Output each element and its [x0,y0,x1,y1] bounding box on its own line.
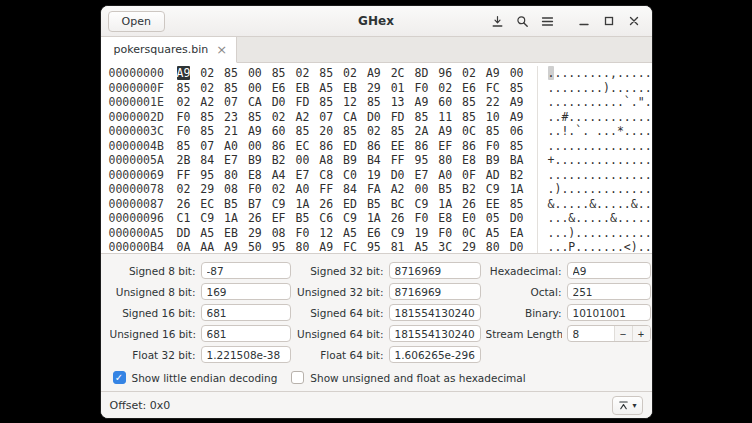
hex-byte[interactable]: C8 [319,168,333,182]
hex-byte[interactable]: 8D [414,66,428,80]
hex-byte[interactable]: 85 [248,110,262,124]
hex-display-checkbox[interactable]: ✓ Show unsigned and float as hexadecimal [291,371,525,384]
hex-byte[interactable]: 19 [367,168,381,182]
hex-byte[interactable]: 1A [367,211,381,225]
hex-byte[interactable]: 86 [272,139,286,153]
hex-byte[interactable]: F0 [177,124,191,138]
hex-byte[interactable]: E0 [462,211,476,225]
hex-byte[interactable]: B4 [367,153,381,167]
unsigned-64-bit-field[interactable] [389,325,481,342]
save-button[interactable] [487,10,509,32]
hex-byte[interactable]: 85 [367,95,381,109]
hex-byte[interactable]: 00 [248,66,262,80]
hex-view[interactable]: 00000000A9 02 85 00 85 02 85 02 A9 2C 8D… [101,63,652,253]
binary-field[interactable] [567,304,651,321]
hex-byte[interactable]: 2A [414,124,428,138]
hex-byte[interactable]: B9 [486,153,500,167]
hex-byte[interactable]: E6 [462,81,476,95]
hex-byte[interactable]: EF [438,139,452,153]
hex-byte[interactable]: B9 [248,153,262,167]
hex-byte[interactable]: 26 [319,197,333,211]
hex-byte[interactable]: EC [200,197,214,211]
hex-bytes[interactable]: C1 C9 1A 26 EF B5 C6 C9 1A 26 F0 E8 E0 0… [171,211,533,226]
hex-byte[interactable]: A5 [486,226,500,240]
tab-pokersquares[interactable]: pokersquares.bin × [101,37,238,63]
hex-byte[interactable]: 1A [224,211,238,225]
hex-byte[interactable]: 2C [391,66,405,80]
hex-byte[interactable]: E7 [414,168,428,182]
hex-byte[interactable]: F0 [295,226,309,240]
hex-byte[interactable]: A8 [319,153,333,167]
hex-byte[interactable]: A2 [295,110,309,124]
hex-byte[interactable]: B5 [295,211,309,225]
hex-byte[interactable]: C9 [391,226,405,240]
hex-byte[interactable]: A5 [200,226,214,240]
hex-byte[interactable]: F0 [414,81,428,95]
hex-byte[interactable]: A9 [510,110,524,124]
hex-byte[interactable]: 02 [177,182,191,196]
hex-byte[interactable]: D0 [367,110,381,124]
hex-byte[interactable]: 0C [462,124,476,138]
hex-byte[interactable]: 1A [295,197,309,211]
hex-byte[interactable]: D0 [391,168,405,182]
ascii-text[interactable]: ........)...... [537,81,652,96]
hex-byte[interactable]: FA [367,182,381,196]
hex-byte[interactable]: 02 [272,182,286,196]
hex-byte[interactable]: A2 [391,182,405,196]
hex-byte[interactable]: ED [343,197,357,211]
hex-byte[interactable]: F0 [486,139,500,153]
hex-byte[interactable]: BA [510,153,524,167]
ascii-text[interactable]: +.............. [537,153,652,168]
hex-byte[interactable]: C1 [177,211,191,225]
hex-byte[interactable]: C9 [343,211,357,225]
hex-byte[interactable]: A9 [319,240,333,253]
hex-byte[interactable]: FD [295,95,309,109]
hex-byte[interactable]: 50 [248,240,262,253]
hex-byte[interactable]: DD [177,226,191,240]
hex-byte[interactable]: F0 [177,110,191,124]
hex-byte[interactable]: 06 [510,124,524,138]
octal-field[interactable] [567,283,651,300]
hex-byte[interactable]: 21 [224,124,238,138]
hex-byte[interactable]: 60 [438,95,452,109]
hex-byte[interactable]: 85 [319,66,333,80]
hex-byte[interactable]: B5 [224,197,238,211]
hex-byte[interactable]: C9 [414,197,428,211]
hex-byte[interactable]: 85 [343,124,357,138]
hex-byte[interactable]: 85 [391,124,405,138]
hex-byte[interactable]: 0F [462,168,476,182]
hex-byte[interactable]: 86 [367,139,381,153]
hex-byte[interactable]: FF [177,168,191,182]
hex-byte[interactable]: EE [486,197,500,211]
hex-byte[interactable]: 29 [462,240,476,253]
hex-byte[interactable]: 20 [319,124,333,138]
hex-byte[interactable]: D0 [272,95,286,109]
hex-byte[interactable]: 95 [200,168,214,182]
hex-byte[interactable]: F0 [414,211,428,225]
hex-bytes[interactable]: F0 85 23 85 02 A2 07 CA D0 FD 85 11 85 1… [171,110,533,125]
hex-byte[interactable]: 85 [462,95,476,109]
hex-byte[interactable]: F0 [438,226,452,240]
hex-byte[interactable]: 85 [510,197,524,211]
hex-byte[interactable]: 02 [438,81,452,95]
hex-byte[interactable]: 80 [295,240,309,253]
hex-byte[interactable]: EF [272,211,286,225]
hex-byte[interactable]: EE [391,139,405,153]
hex-byte[interactable]: 85 [200,110,214,124]
hex-byte[interactable]: B2 [272,153,286,167]
hex-byte[interactable]: 81 [391,240,405,253]
hex-byte[interactable]: 85 [319,95,333,109]
hex-byte[interactable]: 00 [510,66,524,80]
hex-byte[interactable]: 07 [319,110,333,124]
hex-byte[interactable]: 85 [272,66,286,80]
stream-increment-button[interactable]: + [632,326,650,341]
hex-byte[interactable]: 00 [248,139,262,153]
hex-byte[interactable]: B2 [462,182,476,196]
hexadecimal-field[interactable] [567,262,651,279]
hex-bytes[interactable]: 85 02 85 00 E6 EB A5 EB 29 01 F0 02 E6 F… [171,81,533,96]
hex-byte[interactable]: D0 [510,211,524,225]
hex-byte[interactable]: 00 [295,153,309,167]
hex-byte[interactable]: 26 [177,197,191,211]
hex-byte[interactable]: 05 [486,211,500,225]
checkbox-icon[interactable]: ✓ [113,371,126,384]
